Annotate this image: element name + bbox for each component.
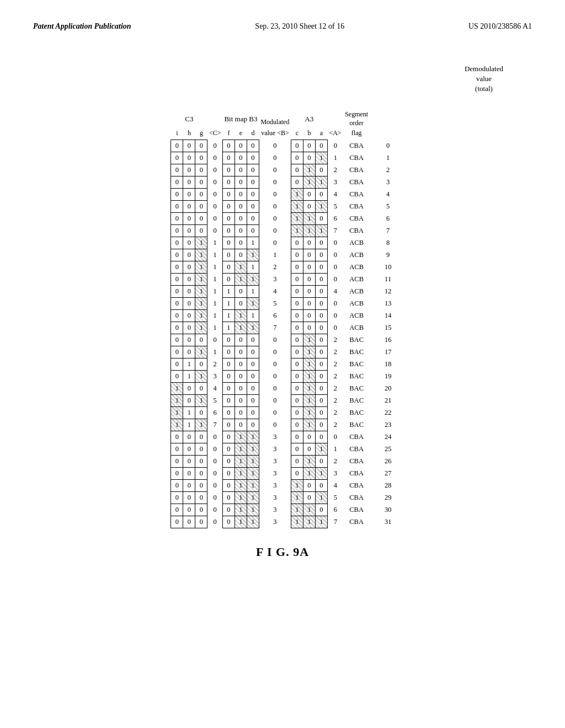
table-row: 001100000102BAC17 [171,346,394,358]
table-row: 101500000102BAC21 [171,395,394,407]
table-row: 000001131004CBA28 [171,480,394,492]
table-row: 001110140004ACB12 [171,286,394,298]
table-row: 000000000011CBA1 [171,152,394,164]
page-header: Patent Application Publication Sep. 23, … [33,22,532,31]
table-row: 001111160000ACB14 [171,310,394,322]
group-header-row: C3 Bit map B3 Modulated A3 Segmentorder [171,108,394,127]
figure-label: F I G. 9A [256,545,309,559]
table-row: 000000001015CBA5 [171,201,394,213]
table-row: 000000000102CBA2 [171,164,394,176]
table-body: 000000000000CBA0000000000011CBA100000000… [171,140,394,528]
b3-group-header: Bit map B3 [222,108,259,127]
table-row: 111700000102BAC23 [171,419,394,431]
table-row: 000000000102BAC16 [171,334,394,346]
table-row: 000001131106CBA30 [171,504,394,516]
a3-group-header: A3 [291,108,327,127]
main-table: C3 Bit map B3 Modulated A3 Segmentorder … [170,108,394,528]
patent-number: US 2010/238586 A1 [468,22,532,31]
table-row: 010200000102BAC18 [171,358,394,371]
table-row: 001100110000ACB9 [171,249,394,261]
table-row: 000001131117CBA31 [171,516,394,528]
table-row: 000001130113CBA27 [171,468,394,480]
table-row: 000000000000CBA0 [171,140,394,152]
sheet-info: Sep. 23, 2010 Sheet 12 of 16 [255,22,344,31]
demod-value-label: Demodulated value (total) [465,64,503,94]
table-row: 001111170000ACB15 [171,322,394,334]
table-row: 110600000102BAC22 [171,407,394,419]
table-row: 000001130000CBA24 [171,431,394,443]
table-row: 000000001117CBA7 [171,225,394,237]
publication-label: Patent Application Publication [33,22,131,31]
table-row: 000001131015CBA29 [171,492,394,504]
sub-header-row: i h g <C> f e d value <B> c b a <A> flag [171,127,394,140]
table-row: 001101120000ACB10 [171,261,394,274]
table-row: 000000000113CBA3 [171,176,394,189]
table-row: 100400000102BAC20 [171,383,394,395]
table-row: 001110150000ACB13 [171,298,394,310]
page: Patent Application Publication Sep. 23, … [0,0,565,728]
table-row: 011300000102BAC19 [171,371,394,383]
table-row: 001100100000ACB8 [171,237,394,249]
table-row: 001101130000ACB11 [171,274,394,286]
table-row: 000001130011CBA25 [171,443,394,456]
main-content: Demodulated value (total) C3 Bit map B3 … [33,64,532,559]
table-row: 000000001004CBA4 [171,189,394,201]
table-row: 000000001106CBA6 [171,213,394,225]
table-row: 000001130102CBA26 [171,456,394,468]
c3-group-header: C3 [171,108,207,127]
